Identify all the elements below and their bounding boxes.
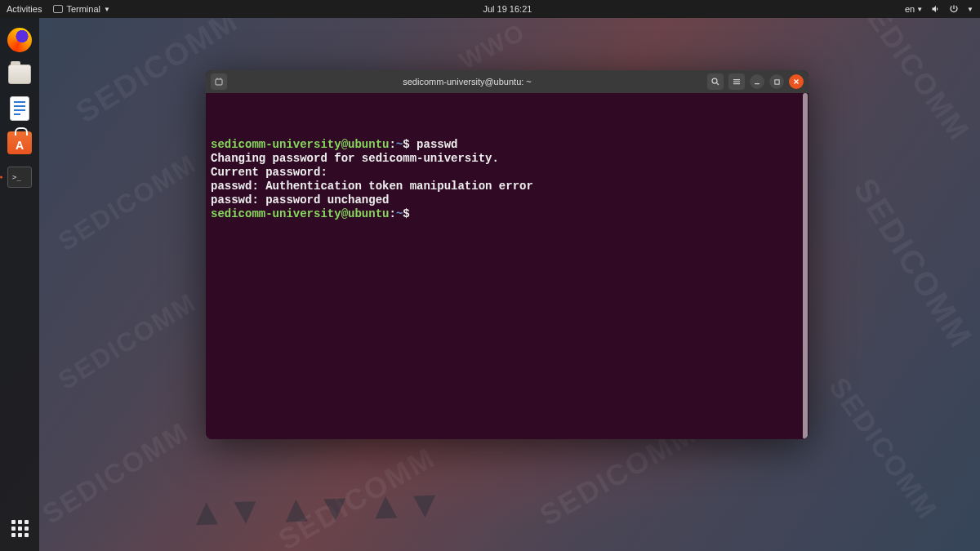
terminal-line: sedicomm-university@ubuntu:~$ (211, 207, 804, 221)
dock-firefox[interactable] (4, 24, 35, 56)
maximize-button[interactable] (769, 74, 784, 89)
app-menu[interactable]: Terminal ▼ (53, 4, 110, 14)
power-icon[interactable] (949, 4, 959, 14)
volume-icon[interactable] (931, 4, 941, 14)
dock: >_ (0, 18, 39, 551)
menu-button[interactable] (728, 73, 745, 90)
terminal-line: Current password: (211, 166, 804, 180)
svg-rect-2 (774, 79, 778, 83)
apps-grid-icon (11, 520, 29, 537)
terminal-line: passwd: password unchanged (211, 193, 804, 207)
search-button[interactable] (707, 73, 724, 90)
document-icon (10, 96, 29, 121)
clock[interactable]: Jul 19 16:21 (483, 4, 532, 14)
top-bar: Activities Terminal ▼ Jul 19 16:21 en▼ ▼ (0, 0, 980, 18)
close-button[interactable] (789, 74, 804, 89)
svg-point-1 (712, 78, 717, 83)
chevron-down-icon: ▼ (104, 6, 110, 13)
minimize-button[interactable] (750, 74, 764, 89)
folder-icon (8, 64, 31, 84)
shopping-bag-icon (7, 131, 32, 154)
show-applications-button[interactable] (5, 513, 34, 543)
app-menu-label: Terminal (66, 4, 100, 14)
terminal-content[interactable]: sedicomm-university@ubuntu:~$ passwdChan… (206, 93, 808, 439)
dock-files[interactable] (4, 59, 35, 90)
firefox-icon (7, 28, 32, 52)
terminal-line: Changing password for sedicomm-universit… (211, 152, 804, 166)
dock-document[interactable] (4, 93, 35, 124)
dock-terminal[interactable]: >_ (4, 162, 35, 193)
svg-rect-0 (216, 79, 222, 85)
scrollbar[interactable] (803, 93, 808, 439)
window-title: sedicomm-university@ubuntu: ~ (232, 77, 702, 87)
terminal-line: sedicomm-university@ubuntu:~$ passwd (211, 138, 804, 152)
new-tab-button[interactable] (211, 73, 227, 90)
terminal-line: passwd: Authentication token manipulatio… (211, 180, 804, 193)
terminal-window: sedicomm-university@ubuntu: ~ sedicomm-u… (206, 70, 808, 439)
dock-software[interactable] (4, 127, 35, 158)
system-tray[interactable]: en▼ ▼ (905, 4, 973, 14)
terminal-icon: >_ (7, 167, 32, 188)
language-indicator[interactable]: en▼ (905, 4, 923, 14)
activities-button[interactable]: Activities (7, 4, 42, 14)
chevron-down-icon: ▼ (967, 6, 973, 13)
titlebar[interactable]: sedicomm-university@ubuntu: ~ (206, 70, 808, 93)
terminal-small-icon (53, 5, 63, 13)
